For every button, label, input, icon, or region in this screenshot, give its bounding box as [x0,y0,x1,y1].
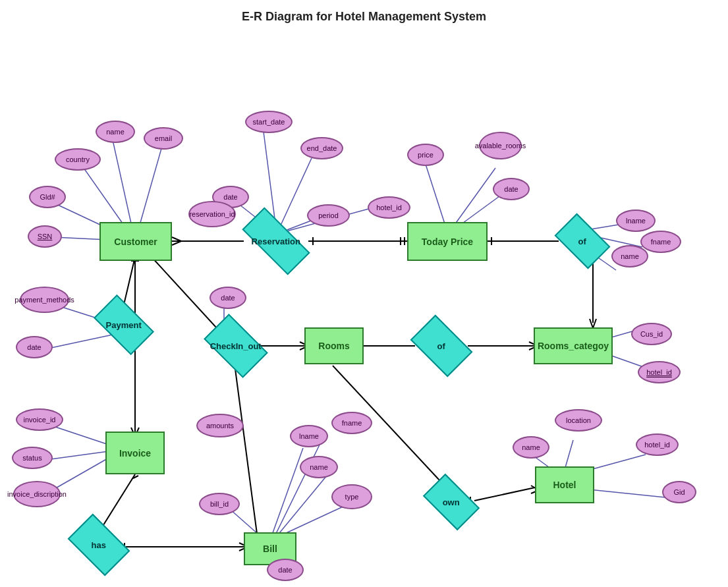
attr-name-bill: name [300,456,338,478]
attr-hotel-id-h: hotel_id [636,433,679,456]
attr-end-date: end_date [300,137,343,159]
rel-own: own [423,474,480,530]
attr-invoice-id: invoice_id [16,408,63,431]
attr-price: price [407,144,444,166]
attr-date-tp: date [493,178,530,200]
attr-date-pay: date [16,336,53,358]
attr-fname-top: fname [640,231,681,253]
svg-line-23 [590,319,593,328]
svg-line-7 [172,241,181,245]
entity-invoice: Invoice [105,432,165,474]
attr-email: email [144,127,183,150]
attr-date-checkin: date [210,287,246,309]
attr-country: country [55,148,101,171]
entity-hotel: Hotel [535,466,594,503]
attr-location: location [555,409,602,432]
svg-line-6 [172,237,181,241]
rel-of-rooms: of [410,315,473,377]
entity-rooms: Rooms [304,327,364,364]
attr-bill-id: bill_id [199,493,240,515]
rel-payment: Payment [94,294,154,355]
attr-invoice-description: invoice_discription [13,481,61,507]
svg-line-24 [593,319,596,328]
attr-hotel-id-res: hotel_id [368,196,410,219]
attr-gid: Gld# [29,186,66,208]
attr-start-date: start_date [245,111,293,133]
attr-ssn: SSN [28,225,62,248]
rel-of-top: of [555,213,611,269]
attr-name-cust: name [96,121,135,143]
attr-gid-hotel: Gid [662,481,696,503]
attr-status: status [12,447,53,469]
entity-customer: Customer [99,222,172,261]
svg-line-69 [474,488,535,501]
page-title: E-R Diagram for Hotel Management System [0,10,728,24]
svg-line-39 [99,474,135,532]
rel-has: has [68,514,130,576]
attr-lname-bill: lname [290,425,328,447]
attr-hotel-id-rc: hotel_id [638,361,681,383]
attr-reservation-id: reservation_id [188,201,236,227]
svg-line-48 [270,448,303,540]
attr-name-top: name [611,245,648,267]
attr-lname-top: lname [616,210,656,232]
svg-line-40 [133,476,138,478]
attr-date-bill: date [267,559,304,581]
attr-fname-bill: fname [331,412,372,434]
attr-amounts: amounts [196,414,244,437]
rel-checkin-out: CheckIn_out [204,314,268,378]
entity-today-price: Today Price [407,222,488,261]
attr-name-hotel: name [513,436,549,459]
attr-payment-methods: payment_methods [20,287,69,313]
svg-line-9 [277,158,312,234]
svg-line-50 [273,438,323,539]
attr-cus-id: Cus_id [631,323,672,345]
entity-rooms-category: Rooms_categoy [534,327,613,364]
attr-available-rooms: avalable_rooms [479,132,522,159]
attr-type-bill: type [331,484,372,509]
rel-reservation: Reservation [242,207,310,275]
attr-period: period [307,204,350,227]
